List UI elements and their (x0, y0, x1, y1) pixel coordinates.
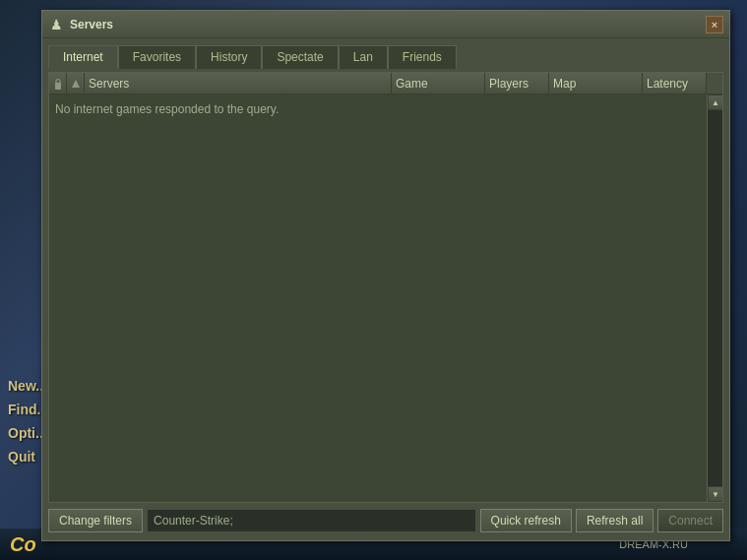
tab-spectate[interactable]: Spectate (262, 45, 338, 69)
svg-marker-1 (72, 80, 80, 88)
scrollbar-down-button[interactable]: ▼ (708, 486, 722, 502)
scrollbar-track (708, 110, 722, 486)
tab-lan[interactable]: Lan (339, 45, 388, 69)
th-boost-icon[interactable] (67, 73, 85, 94)
table-body: No internet games responded to the query… (49, 94, 707, 502)
refresh-all-button[interactable]: Refresh all (576, 509, 654, 532)
server-table-container: Servers Game Players Map Latency No inte… (48, 72, 723, 503)
tab-favorites[interactable]: Favorites (118, 45, 196, 69)
titlebar: ♟ Servers × (42, 11, 729, 38)
tab-friends[interactable]: Friends (388, 45, 457, 69)
close-button[interactable]: × (706, 16, 723, 33)
titlebar-left: ♟ Servers (48, 17, 113, 32)
th-map[interactable]: Map (549, 73, 643, 94)
th-players[interactable]: Players (485, 73, 549, 94)
tab-history[interactable]: History (196, 45, 262, 69)
tab-bar: Internet Favorites History Spectate Lan … (48, 44, 723, 68)
filter-display: Counter-Strike; (147, 509, 476, 532)
scrollbar-up-button[interactable]: ▲ (708, 94, 722, 110)
th-latency[interactable]: Latency (643, 73, 707, 94)
watermark-prefix: Co (10, 533, 36, 556)
connect-button[interactable]: Connect (657, 509, 723, 532)
th-scroll-spacer (707, 73, 722, 93)
steam-icon: ♟ (48, 17, 64, 32)
change-filters-button[interactable]: Change filters (48, 509, 143, 532)
window-title: Servers (70, 18, 113, 31)
quick-refresh-button[interactable]: Quick refresh (480, 509, 572, 532)
scrollbar: ▲ ▼ (707, 94, 722, 502)
table-header: Servers Game Players Map Latency (49, 73, 722, 94)
table-body-container: No internet games responded to the query… (49, 94, 722, 502)
th-servers[interactable]: Servers (85, 73, 392, 94)
servers-window: ♟ Servers × Internet Favorites History S… (41, 10, 730, 541)
th-lock-icon[interactable] (49, 73, 67, 94)
tab-internet[interactable]: Internet (48, 45, 118, 69)
empty-message: No internet games responded to the query… (49, 94, 707, 124)
bottom-bar: Change filters Counter-Strike; Quick ref… (48, 507, 723, 534)
svg-rect-0 (55, 83, 61, 90)
window-content: Internet Favorites History Spectate Lan … (42, 38, 729, 540)
th-game[interactable]: Game (392, 73, 485, 94)
